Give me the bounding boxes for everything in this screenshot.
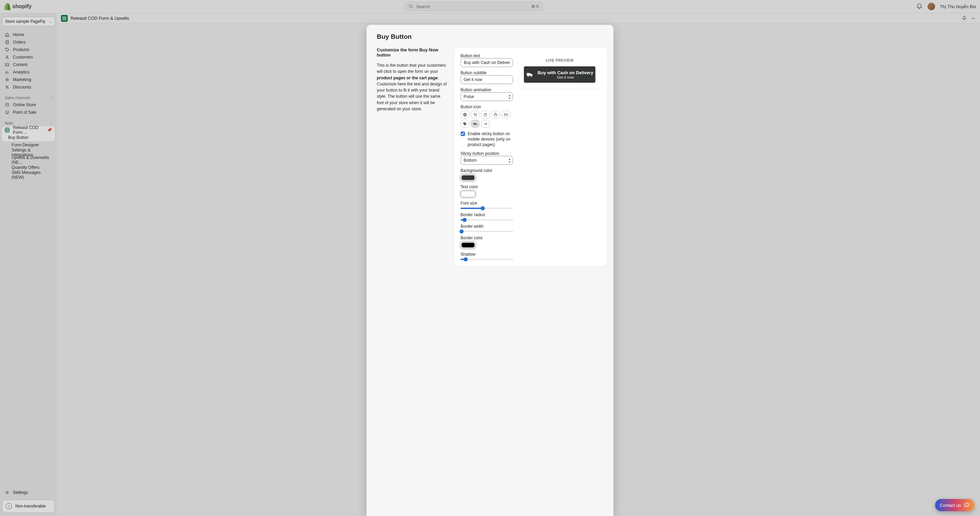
shadow-slider[interactable] bbox=[461, 259, 513, 260]
avatar[interactable] bbox=[928, 3, 935, 10]
icon-option-cancel[interactable] bbox=[461, 111, 469, 119]
button-text-input[interactable] bbox=[461, 58, 513, 67]
svg-point-24 bbox=[476, 124, 476, 125]
top-bar: shopify Search ⌘ K Thị Thu Huyền Bùi bbox=[0, 0, 980, 13]
contact-us-button[interactable]: Contact us bbox=[935, 499, 975, 511]
chevron-down-icon: ⌄ bbox=[49, 20, 52, 24]
select-caret-icon: ▴▾ bbox=[509, 94, 511, 100]
button-subtitle-input[interactable] bbox=[461, 75, 513, 84]
section-title: Customize the form Buy Now button bbox=[377, 47, 449, 57]
bg-color-swatch[interactable] bbox=[461, 174, 476, 181]
nav-pos[interactable]: Point of Sale bbox=[2, 109, 55, 116]
sidebar-sub-sms[interactable]: SMS Messages (NEW) bbox=[2, 171, 55, 179]
sticky-position-label: Sticky button position bbox=[461, 151, 513, 156]
live-preview-card: LIVE PREVIEW Buy with Cash on Delivery G… bbox=[519, 54, 601, 89]
search-kbd: ⌘ K bbox=[531, 4, 539, 9]
border-radius-slider[interactable] bbox=[461, 219, 513, 221]
svg-point-9 bbox=[6, 86, 7, 87]
app-title: Releasit COD Form & Upsells bbox=[70, 16, 129, 21]
nontransferable-banner[interactable]: i Non-transferable bbox=[2, 500, 55, 513]
user-icon bbox=[5, 55, 10, 60]
border-radius-label: Border radius bbox=[461, 213, 513, 217]
svg-point-23 bbox=[474, 124, 475, 125]
text-color-swatch[interactable] bbox=[461, 191, 476, 197]
nav-discounts[interactable]: Discounts bbox=[2, 83, 55, 91]
select-caret-icon: ▴▾ bbox=[509, 157, 511, 164]
pin-icon[interactable]: 📌 bbox=[47, 128, 52, 132]
font-size-slider[interactable] bbox=[461, 208, 513, 209]
search-input[interactable]: Search ⌘ K bbox=[405, 2, 543, 11]
font-size-label: Font size bbox=[461, 201, 513, 206]
svg-point-16 bbox=[974, 18, 975, 18]
icon-option-arrow-right[interactable] bbox=[481, 120, 490, 128]
sticky-checkbox[interactable] bbox=[461, 132, 465, 136]
svg-point-15 bbox=[973, 18, 974, 18]
svg-point-22 bbox=[464, 123, 465, 124]
brand-logo[interactable]: shopify bbox=[4, 3, 32, 10]
bg-color-label: Background color bbox=[461, 168, 513, 173]
chevron-right-icon[interactable]: › bbox=[51, 121, 52, 125]
svg-point-26 bbox=[531, 76, 532, 77]
preview-buy-button[interactable]: Buy with Cash on Delivery Get it now bbox=[524, 67, 595, 83]
nav-orders[interactable]: Orders bbox=[2, 38, 55, 46]
animation-label: Button animation bbox=[461, 87, 513, 92]
icon-option-shopping-bag[interactable] bbox=[481, 111, 490, 119]
nav-analytics[interactable]: Analytics bbox=[2, 68, 55, 76]
svg-point-8 bbox=[7, 79, 8, 80]
icon-option-tag[interactable] bbox=[461, 120, 469, 128]
target-icon bbox=[5, 77, 10, 82]
nav-customers[interactable]: Customers bbox=[2, 54, 55, 61]
svg-point-3 bbox=[6, 49, 6, 49]
chevron-right-icon[interactable]: › bbox=[51, 96, 52, 100]
svg-point-4 bbox=[6, 56, 8, 57]
brand-name: shopify bbox=[12, 3, 32, 10]
live-preview-heading: LIVE PREVIEW bbox=[524, 58, 595, 62]
truck-icon bbox=[526, 71, 534, 78]
form-card: Button text Button subtitle Button anima… bbox=[455, 47, 607, 266]
info-icon: i bbox=[6, 503, 12, 509]
icon-option-card[interactable] bbox=[501, 111, 511, 119]
more-icon[interactable] bbox=[970, 16, 976, 21]
sidebar-sub-buy-button[interactable]: Buy Button bbox=[2, 134, 55, 141]
apps-heading: Apps › bbox=[2, 116, 55, 126]
sidebar-app-releasit[interactable]: Releasit COD Form ... 📌 bbox=[2, 126, 55, 134]
sidebar-sub-upsells[interactable]: Upsells & Downsells (NE... bbox=[2, 156, 55, 164]
border-width-slider[interactable] bbox=[461, 231, 513, 232]
nav-home[interactable]: Home bbox=[2, 31, 55, 38]
nav-online-store[interactable]: Online Store bbox=[2, 101, 55, 109]
svg-rect-12 bbox=[6, 111, 8, 113]
icon-option-truck[interactable] bbox=[471, 120, 480, 128]
modal-description: Customize the form Buy Now button This i… bbox=[377, 47, 449, 266]
notifications-icon[interactable] bbox=[916, 3, 923, 10]
svg-point-13 bbox=[6, 492, 8, 493]
pos-icon bbox=[5, 110, 10, 115]
icon-option-basket[interactable] bbox=[492, 111, 500, 119]
nav-settings[interactable]: Settings bbox=[2, 488, 55, 497]
button-subtitle-label: Button subtitle bbox=[461, 70, 513, 75]
percent-icon bbox=[5, 85, 10, 89]
svg-point-6 bbox=[6, 64, 7, 65]
svg-rect-5 bbox=[5, 63, 9, 66]
animation-select[interactable]: Pulse ▴▾ bbox=[461, 92, 513, 101]
preview-line1: Buy with Cash on Delivery bbox=[538, 70, 593, 75]
pin-icon[interactable] bbox=[962, 16, 967, 21]
chat-icon bbox=[964, 502, 970, 508]
user-name[interactable]: Thị Thu Huyền Bùi bbox=[940, 4, 976, 9]
nav-marketing[interactable]: Marketing bbox=[2, 76, 55, 83]
sticky-position-select[interactable]: Bottom ▴▾ bbox=[461, 156, 513, 165]
text-color-label: Text color bbox=[461, 184, 513, 189]
svg-line-11 bbox=[6, 86, 8, 89]
sticky-checkbox-label: Enable sticky button on mobile devices (… bbox=[468, 131, 513, 148]
nav-content[interactable]: Content bbox=[2, 61, 55, 68]
nav-products[interactable]: Products bbox=[2, 46, 55, 54]
sales-channels-heading: Sales channels › bbox=[2, 91, 55, 101]
store-selector[interactable]: Store sample PageFly ⌄ bbox=[2, 17, 55, 26]
modal-title: Buy Button bbox=[377, 33, 603, 41]
svg-point-18 bbox=[474, 115, 475, 116]
border-width-label: Border width bbox=[461, 224, 513, 229]
svg-point-25 bbox=[528, 76, 529, 77]
app-header: Releasit COD Form & Upsells bbox=[57, 13, 980, 24]
icon-option-cart[interactable] bbox=[471, 111, 480, 119]
chart-icon bbox=[5, 70, 10, 75]
border-color-swatch[interactable] bbox=[461, 242, 476, 248]
